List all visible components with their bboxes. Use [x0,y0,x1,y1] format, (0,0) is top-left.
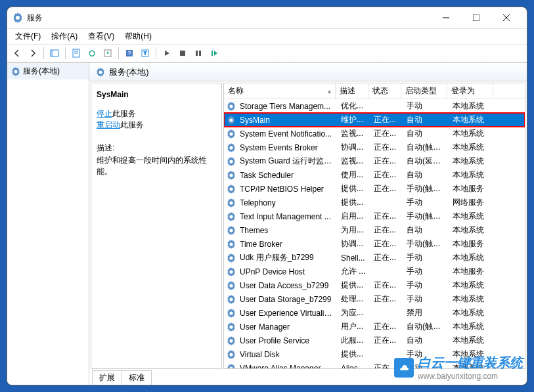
service-list[interactable]: Storage Tiers Managem...优化...手动本地系统SysMa… [224,99,525,368]
cell-startup: 手动(触发... [403,183,449,194]
gear-icon [227,253,236,263]
service-row[interactable]: Udk 用户服务_b7299Shell...正在...手动本地系统 [224,251,525,265]
service-row[interactable]: Telephony提供...手动网络服务 [224,196,525,209]
menu-action[interactable]: 操作(A) [46,29,83,44]
service-row[interactable]: System Guard 运行时监视...监视...正在...自动(延迟...本… [224,154,525,168]
column-name[interactable]: 名称▴ [224,83,336,98]
cell-desc: 优化... [337,100,370,112]
gear-icon [227,295,236,304]
service-row[interactable]: User Data Access_b7299提供...正在...手动本地系统 [224,278,525,292]
cell-status: 正在... [370,280,403,291]
cell-status: 正在... [370,114,403,125]
cell-status: 正在... [370,142,403,153]
menu-file[interactable]: 文件(F) [10,29,46,44]
cell-desc: Alias... [337,364,370,369]
cell-logon: 本地系统 [449,225,495,236]
svg-point-38 [229,353,233,356]
service-row[interactable]: User Manager用户...正在...自动(触发...本地系统 [224,320,525,334]
cell-name: Text Input Management ... [236,212,337,221]
service-row[interactable]: Storage Tiers Managem...优化...手动本地系统 [224,99,525,113]
service-row[interactable]: System Events Broker协调...正在...自动(触发...本地… [224,141,525,154]
show-hide-tree-button[interactable] [47,46,62,60]
back-button[interactable] [10,46,24,60]
gear-icon [227,185,236,194]
restart-link[interactable]: 重启动 [97,120,120,129]
svg-text:?: ? [127,50,131,56]
content-header: 服务(本地) [89,63,527,81]
cell-desc: 为用... [337,225,370,236]
gear-icon [227,240,236,249]
gear-icon [96,68,105,77]
gear-icon [227,212,236,221]
cell-status: 正在... [370,211,403,222]
cell-logon: 本地系统 [449,211,495,222]
service-row[interactable]: UPnP Device Host允许 ...手动本地服务 [224,265,525,278]
service-row[interactable]: User Experience Virtualiz...为应...禁用本地系统 [224,306,525,320]
cell-desc: 处理... [337,294,370,305]
cell-status: 正在... [370,238,403,250]
cell-logon: 本地系统 [449,321,495,332]
service-row[interactable]: User Profile Service此服...正在...自动本地系统 [224,334,525,347]
svg-rect-15 [196,51,198,56]
service-row[interactable]: Themes为用...正在...自动本地系统 [224,223,525,237]
cell-startup: 手动 [403,294,449,305]
menu-help[interactable]: 帮助(H) [120,29,157,44]
main-area: 服务(本地) 服务(本地) SysMain 停止此服务 重启动此服务 描述: 维… [7,62,527,385]
cell-startup: 自动(触发... [403,142,449,153]
tab-extended[interactable]: 扩展 [92,370,122,385]
cell-name: System Events Broker [236,143,337,152]
cell-logon: 本地系统 [449,307,495,318]
column-description[interactable]: 描述 [336,83,368,98]
cell-desc: 为应... [337,307,370,318]
filter-button[interactable] [138,46,152,60]
restart-service-button[interactable] [207,46,221,60]
tab-standard[interactable]: 标准 [122,370,152,385]
cell-desc: 此服... [337,335,370,346]
cell-desc: Shell... [337,253,370,263]
close-button[interactable] [491,8,522,28]
help-button[interactable]: ? [122,46,137,60]
minimize-button[interactable] [431,8,461,28]
cell-startup: 手动(触发... [403,238,449,250]
export-button[interactable] [100,46,115,60]
start-service-button[interactable] [160,46,174,60]
service-row[interactable]: User Data Storage_b7299处理...正在...手动本地系统 [224,292,525,306]
svg-point-27 [229,201,233,204]
stop-link[interactable]: 停止 [97,109,112,118]
cell-logon: 本地服务 [449,238,495,250]
svg-point-32 [229,270,233,273]
tree-root-label: 服务(本地) [23,66,60,77]
tree-root-item[interactable]: 服务(本地) [7,63,89,79]
service-row[interactable]: TCP/IP NetBIOS Helper提供...正在...手动(触发...本… [224,182,525,196]
menu-view[interactable]: 查看(V) [83,29,120,44]
service-row[interactable]: Time Broker协调...正在...手动(触发...本地服务 [224,237,525,251]
watermark-logo-icon [394,358,414,378]
pause-service-button[interactable] [191,46,206,60]
detail-pane: SysMain 停止此服务 重启动此服务 描述: 维护和提高一段时间内的系统性能… [91,83,222,369]
svg-rect-14 [180,51,185,56]
cell-startup: 自动 [403,169,449,181]
column-status[interactable]: 状态 [368,83,401,98]
stop-service-button[interactable] [175,46,190,60]
detail-desc-text: 维护和提高一段时间内的系统性能。 [97,155,216,177]
cell-status: 正在... [370,321,403,332]
column-startup-type[interactable]: 启动类型 [401,83,447,98]
cell-logon: 本地服务 [449,266,495,277]
service-row[interactable]: System Event Notificatio...监视...正在...自动本… [224,127,525,141]
service-row[interactable]: Task Scheduler使用...正在...自动本地系统 [224,168,525,182]
cell-name: User Data Access_b7299 [236,281,337,290]
app-icon [12,12,23,23]
refresh-button[interactable] [85,46,99,60]
gear-icon [227,116,236,125]
forward-button[interactable] [26,46,40,60]
list-header: 名称▴ 描述 状态 启动类型 登录为 [224,83,525,99]
maximize-button[interactable] [461,8,491,28]
service-row[interactable]: SysMain维护...正在...自动本地系统 [224,113,525,127]
svg-point-20 [229,104,233,108]
column-logon[interactable]: 登录为 [447,83,493,98]
service-row[interactable]: Text Input Management ...启用...正在...手动(触发… [224,209,525,223]
cell-startup: 手动 [403,252,449,263]
svg-rect-16 [199,51,201,56]
properties-button[interactable] [69,46,83,60]
cell-desc: 监视... [337,128,370,139]
